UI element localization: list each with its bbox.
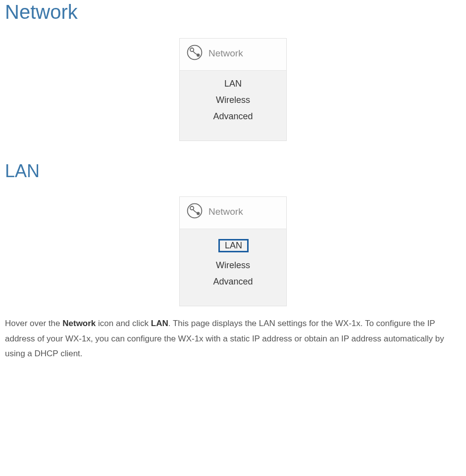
menu-header-label: Network	[208, 206, 243, 217]
network-menu-figure-1: Network LAN Wireless Advanced	[179, 38, 287, 141]
menu-item-advanced[interactable]: Advanced	[180, 275, 286, 289]
menu-item-advanced[interactable]: Advanced	[180, 109, 286, 124]
svg-point-5	[197, 212, 200, 215]
menu-item-wireless[interactable]: Wireless	[180, 258, 286, 273]
desc-bold-lan: LAN	[151, 319, 168, 328]
menu-item-lan[interactable]: LAN	[218, 239, 249, 252]
section-title-network: Network	[5, 1, 461, 23]
desc-text: Hover over the	[5, 319, 62, 328]
desc-text: icon and click	[96, 319, 151, 328]
menu-item-lan[interactable]: LAN	[180, 77, 286, 91]
menu-items: LAN Wireless Advanced	[180, 229, 286, 306]
network-menu-figure-2: Network LAN Wireless Advanced	[179, 196, 287, 306]
menu-header-label: Network	[208, 48, 243, 59]
network-icon	[186, 202, 204, 222]
network-icon	[186, 44, 204, 63]
desc-bold-network: Network	[62, 319, 96, 328]
menu-item-wireless[interactable]: Wireless	[180, 93, 286, 107]
lan-description: Hover over the Network icon and click LA…	[5, 316, 461, 362]
menu-items: LAN Wireless Advanced	[180, 71, 286, 141]
svg-point-2	[197, 53, 200, 56]
menu-header[interactable]: Network	[180, 39, 286, 71]
section-title-lan: LAN	[5, 161, 461, 182]
menu-header[interactable]: Network	[180, 197, 286, 229]
menu-item-lan-selected-row: LAN	[180, 235, 286, 256]
